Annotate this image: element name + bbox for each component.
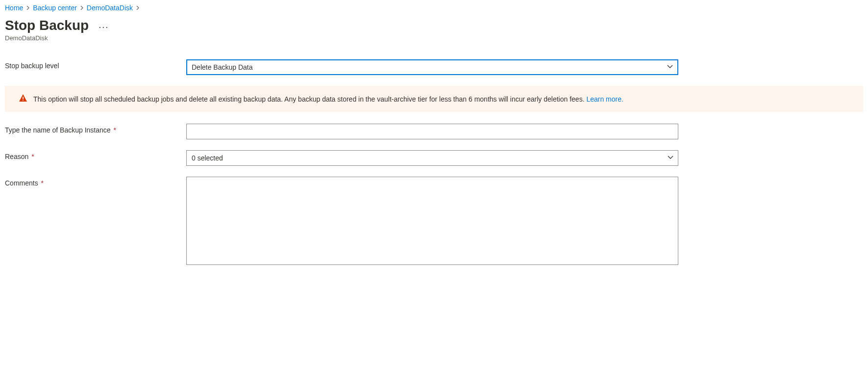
warning-text-wrap: This option will stop all scheduled back… <box>33 95 623 103</box>
page-title: Stop Backup <box>5 18 89 33</box>
svg-rect-1 <box>23 100 24 101</box>
stop-backup-level-label: Stop backup level <box>5 59 186 70</box>
chevron-right-icon <box>26 4 30 11</box>
stop-backup-level-select[interactable]: Delete Backup Data <box>186 59 678 75</box>
breadcrumb-demodatadisk[interactable]: DemoDataDisk <box>87 4 133 12</box>
breadcrumb: Home Backup center DemoDataDisk <box>5 4 863 12</box>
reason-value: 0 selected <box>192 154 223 162</box>
breadcrumb-backup-center[interactable]: Backup center <box>33 4 77 12</box>
more-actions-button[interactable]: ··· <box>97 23 111 31</box>
svg-rect-0 <box>23 97 24 99</box>
row-reason: Reason * 0 selected <box>5 150 863 166</box>
instance-name-label-text: Type the name of Backup Instance <box>5 126 111 134</box>
stop-backup-level-value: Delete Backup Data <box>192 63 253 71</box>
reason-label-text: Reason <box>5 153 28 160</box>
instance-name-label: Type the name of Backup Instance * <box>5 124 186 134</box>
comments-textarea[interactable] <box>186 177 678 265</box>
row-stop-backup-level: Stop backup level Delete Backup Data <box>5 59 863 75</box>
page-header: Stop Backup ··· <box>5 18 863 33</box>
breadcrumb-home[interactable]: Home <box>5 4 23 12</box>
row-instance-name: Type the name of Backup Instance * <box>5 124 863 139</box>
comments-label-text: Comments <box>5 179 38 187</box>
reason-select[interactable]: 0 selected <box>186 150 678 166</box>
comments-label: Comments * <box>5 177 186 187</box>
instance-name-input[interactable] <box>186 124 678 139</box>
required-asterisk: * <box>113 126 116 134</box>
warning-icon <box>19 94 27 104</box>
page-subtitle: DemoDataDisk <box>5 34 863 42</box>
chevron-down-icon <box>667 154 674 162</box>
chevron-right-icon <box>136 4 140 11</box>
chevron-down-icon <box>667 63 673 72</box>
required-asterisk: * <box>41 179 44 187</box>
warning-banner: This option will stop all scheduled back… <box>5 86 863 112</box>
required-asterisk: * <box>31 153 34 160</box>
warning-text: This option will stop all scheduled back… <box>33 95 586 103</box>
reason-label: Reason * <box>5 150 186 160</box>
chevron-right-icon <box>80 4 84 11</box>
row-comments: Comments * <box>5 177 863 265</box>
learn-more-link[interactable]: Learn more. <box>586 95 623 103</box>
